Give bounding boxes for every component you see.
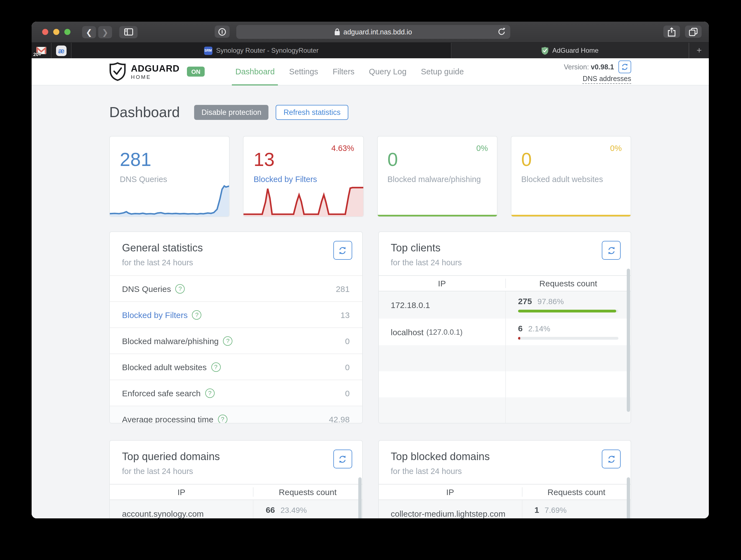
pinned-tab-mail[interactable]: 20+ bbox=[31, 43, 52, 58]
panel-title: General statistics bbox=[122, 242, 350, 254]
blocked-filters-percent: 4.63% bbox=[331, 144, 354, 152]
tab-synology-router[interactable]: SRM Synology Router - SynologyRouter bbox=[72, 43, 452, 58]
help-icon[interactable]: ? bbox=[192, 310, 202, 319]
back-button[interactable]: ❮ bbox=[82, 26, 96, 38]
table-scrollbar[interactable] bbox=[358, 477, 361, 518]
help-icon[interactable]: ? bbox=[205, 388, 215, 398]
empty-table-row bbox=[379, 397, 631, 424]
request-percent: 2.14% bbox=[528, 324, 550, 333]
refresh-statistics-button[interactable]: Refresh statistics bbox=[276, 105, 349, 120]
stat-row-blocked-filters: Blocked by Filters? 13 bbox=[110, 301, 362, 327]
pinned-tab-ae[interactable]: æ bbox=[52, 43, 72, 58]
extension-button[interactable] bbox=[215, 25, 229, 38]
address-bar[interactable]: adguard.int.nas.bdd.io bbox=[236, 25, 510, 39]
card-blocked-filters: 13 4.63% Blocked by Filters bbox=[243, 136, 364, 217]
zoom-window-button[interactable] bbox=[64, 29, 70, 35]
refresh-panel-button[interactable] bbox=[602, 449, 621, 469]
table-scrollbar[interactable] bbox=[627, 477, 630, 518]
progress-bar bbox=[518, 337, 618, 340]
close-window-button[interactable] bbox=[42, 29, 48, 35]
adguard-shield-logo-icon bbox=[109, 62, 126, 81]
request-count: 1 bbox=[534, 505, 539, 514]
request-percent: 7.69% bbox=[545, 506, 566, 514]
panel-subtitle: for the last 24 hours bbox=[122, 467, 350, 476]
row-label: Average processing time bbox=[122, 414, 213, 424]
refresh-panel-button[interactable] bbox=[333, 449, 352, 469]
share-button[interactable] bbox=[663, 25, 680, 38]
browser-window: ❮ ❯ bbox=[31, 22, 709, 518]
adguard-logo[interactable]: ADGUARD HOME bbox=[109, 62, 180, 81]
nav-setup-guide[interactable]: Setup guide bbox=[414, 58, 471, 85]
request-count: 66 bbox=[266, 505, 275, 514]
brand-name: ADGUARD bbox=[131, 64, 180, 73]
refresh-icon bbox=[338, 246, 347, 254]
blocked-adult-label: Blocked adult websites bbox=[521, 175, 631, 184]
column-header-requests[interactable]: Requests count bbox=[506, 278, 631, 288]
blocked-malware-label: Blocked malware/phishing bbox=[387, 175, 497, 184]
card-dns-queries: 281 DNS Queries bbox=[109, 136, 230, 217]
reload-button[interactable] bbox=[497, 27, 506, 38]
request-count: 6 bbox=[518, 324, 523, 333]
panels-row-2: Top queried domains for the last 24 hour… bbox=[109, 440, 631, 518]
row-label: Enforced safe search bbox=[122, 388, 201, 398]
refresh-panel-button[interactable] bbox=[602, 241, 621, 260]
new-tab-button[interactable]: + bbox=[689, 43, 709, 58]
panel-title: Top queried domains bbox=[122, 451, 350, 463]
top-clients-panel: Top clients for the last 24 hours bbox=[378, 232, 631, 424]
table-row: 172.18.0.1 275 97.86% bbox=[379, 291, 631, 319]
help-icon[interactable]: ? bbox=[176, 284, 185, 293]
tab-adguard-home[interactable]: AdGuard Home bbox=[452, 43, 689, 58]
browser-titlebar: ❮ ❯ bbox=[31, 22, 709, 43]
blocked-malware-value: 0 bbox=[387, 150, 497, 169]
general-statistics-panel: General statistics for the last 24 hours bbox=[109, 232, 362, 424]
refresh-panel-button[interactable] bbox=[333, 241, 352, 260]
column-header-ip[interactable]: IP bbox=[379, 278, 506, 288]
tab-title: AdGuard Home bbox=[552, 47, 599, 54]
nav-settings[interactable]: Settings bbox=[282, 58, 326, 85]
row-value: 13 bbox=[341, 310, 350, 319]
column-header-requests[interactable]: Requests count bbox=[254, 487, 362, 497]
disable-protection-button[interactable]: Disable protection bbox=[194, 105, 268, 120]
table-header: IP Requests count bbox=[379, 484, 631, 500]
progress-bar bbox=[518, 310, 618, 312]
table-scrollbar[interactable] bbox=[627, 269, 630, 412]
row-label: Blocked adult websites bbox=[122, 362, 207, 372]
tab-overview-button[interactable] bbox=[685, 25, 701, 38]
help-icon[interactable]: ? bbox=[218, 414, 227, 424]
panel-subtitle: for the last 24 hours bbox=[122, 258, 350, 267]
row-value: 0 bbox=[345, 336, 350, 346]
blocked-filters-label[interactable]: Blocked by Filters bbox=[254, 175, 363, 184]
top-queried-domains-panel: Top queried domains for the last 24 hour… bbox=[109, 440, 362, 518]
blocked-malware-sparkline bbox=[378, 215, 497, 216]
check-update-button[interactable] bbox=[618, 61, 631, 73]
unread-count-badge: 20+ bbox=[33, 52, 41, 57]
help-icon[interactable]: ? bbox=[223, 336, 233, 346]
tab-bar: 20+ æ SRM Synology Router - SynologyRout… bbox=[31, 43, 709, 58]
column-header-ip[interactable]: IP bbox=[379, 487, 522, 497]
forward-button[interactable]: ❯ bbox=[98, 26, 112, 38]
dns-queries-label: DNS Queries bbox=[120, 175, 229, 184]
help-icon[interactable]: ? bbox=[211, 362, 220, 372]
chevron-right-icon: ❯ bbox=[102, 27, 108, 36]
stat-row-blocked-adult: Blocked adult websites? 0 bbox=[110, 354, 362, 380]
circle-bar-extension-icon bbox=[218, 27, 226, 36]
nav-dashboard[interactable]: Dashboard bbox=[228, 58, 282, 85]
sidebar-icon bbox=[124, 28, 133, 36]
column-header-ip[interactable]: IP bbox=[110, 487, 254, 497]
blocked-filters-value: 13 bbox=[254, 150, 363, 169]
nav-query-log[interactable]: Query Log bbox=[362, 58, 413, 85]
minimize-window-button[interactable] bbox=[53, 29, 59, 35]
row-label-link[interactable]: Blocked by Filters bbox=[122, 310, 188, 319]
row-value: 281 bbox=[336, 284, 350, 293]
ae-icon: æ bbox=[56, 45, 67, 56]
table-row: account.synology.com 66 23.49% bbox=[110, 500, 362, 518]
domain-name: collector-medium.lightstep.com bbox=[391, 509, 506, 518]
column-header-requests[interactable]: Requests count bbox=[522, 487, 631, 497]
dns-addresses-link[interactable]: DNS addresses bbox=[583, 75, 631, 84]
nav-filters[interactable]: Filters bbox=[325, 58, 362, 85]
blocked-filters-sparkline bbox=[243, 184, 364, 217]
refresh-icon bbox=[607, 246, 615, 254]
table-header: IP Requests count bbox=[379, 275, 631, 291]
sidebar-toggle-button[interactable] bbox=[119, 26, 138, 38]
refresh-icon bbox=[621, 63, 628, 70]
